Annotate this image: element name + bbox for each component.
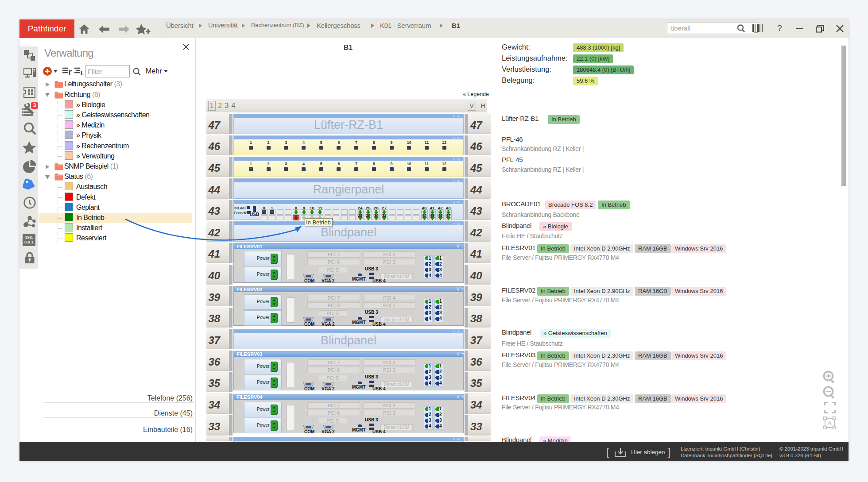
svg-text:A: A — [828, 420, 832, 427]
